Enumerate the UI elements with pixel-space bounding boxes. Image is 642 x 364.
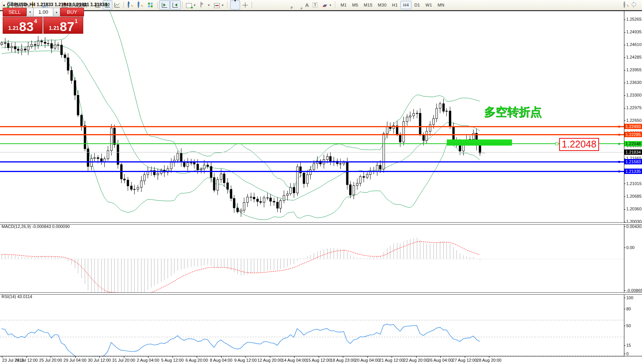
timeframe-mn[interactable]: MN <box>435 1 447 9</box>
horizontal-line-1.22285[interactable] <box>0 134 624 135</box>
text-label-button[interactable]: T <box>311 0 319 10</box>
price-tick-label: 1.22650 <box>626 118 642 123</box>
sell-price-prefix: 1.21 <box>8 25 19 31</box>
price-callout-box[interactable]: 1.22048 <box>559 138 599 151</box>
horizontal-line-1.22493[interactable] <box>0 126 624 127</box>
vertical-line-button[interactable] <box>254 0 263 10</box>
indicators-caret-icon: ▼ <box>193 4 196 7</box>
channel-button[interactable] <box>283 0 293 10</box>
rsi-level-label: 15 <box>626 343 631 348</box>
time-label: 30 Jul 12:00 <box>88 358 111 362</box>
chat-button[interactable] <box>631 0 641 10</box>
time-label: 29 Jul 04:00 <box>64 358 87 362</box>
timeframe-w1[interactable]: W1 <box>423 1 435 9</box>
price-tick-label: 1.24285 <box>626 55 642 59</box>
cursor-button[interactable] <box>230 0 240 10</box>
annotation-text[interactable]: 多空转折点 <box>484 104 542 120</box>
indicators-icon <box>186 3 192 8</box>
sell-button[interactable]: SELL <box>3 8 26 16</box>
buy-button[interactable]: BUY <box>60 8 84 16</box>
search-icon <box>624 1 625 8</box>
volume-input[interactable]: 1.00 <box>34 8 53 16</box>
rsi-panel-separator[interactable] <box>0 292 642 295</box>
crosshair-button[interactable] <box>240 0 250 10</box>
clock-icon <box>201 2 201 8</box>
price-tick-label: 1.20360 <box>626 207 642 211</box>
collapse-arrow-icon[interactable]: ▲ <box>2 3 6 7</box>
horizontal-line-1.21583[interactable] <box>0 161 624 162</box>
price-tick-label: 1.23300 <box>626 93 642 97</box>
search-button[interactable] <box>621 0 631 10</box>
sell-price-panel[interactable]: 1.21 83 4 <box>3 17 43 34</box>
price-tick-label: 1.22975 <box>626 105 642 110</box>
macd-canvas[interactable] <box>0 224 642 294</box>
timeframe-strip: M1M5M15M30H1H4D1W1MN <box>338 1 447 9</box>
price-chart-canvas[interactable] <box>0 11 642 224</box>
time-label: 5 Aug 12:00 <box>161 358 184 362</box>
timeframe-m5[interactable]: M5 <box>349 1 361 9</box>
auto-scroll-button[interactable] <box>159 0 170 10</box>
zoom-out-icon: − <box>138 1 139 8</box>
chart-area[interactable] <box>0 10 642 364</box>
templates-button[interactable]: ▼ <box>212 0 226 10</box>
tile-windows-icon <box>148 3 153 7</box>
time-label: 21 Aug 12:00 <box>379 358 404 362</box>
timeframe-h1[interactable]: H1 <box>389 1 400 9</box>
zoom-in-button[interactable]: + <box>125 0 135 10</box>
buy-price-panel[interactable]: 1.21 87 1 <box>43 17 83 34</box>
time-label: 26 Aug 04:00 <box>428 358 453 362</box>
timeframe-m15[interactable]: M15 <box>361 1 375 9</box>
price-tick-label: 1.21015 <box>626 181 642 186</box>
text-label-icon: T <box>313 2 318 8</box>
macd-tick-label: 0.00 <box>626 245 634 250</box>
timeframe-m1[interactable]: M1 <box>338 1 349 9</box>
time-label: 25 Jul 20:00 <box>39 358 62 362</box>
green-zone-rectangle[interactable] <box>447 139 512 146</box>
volume-down-button[interactable]: ▼ <box>26 8 34 16</box>
tile-windows-button[interactable] <box>145 0 156 10</box>
volume-up-button[interactable]: ▲ <box>53 8 60 16</box>
price-tick-label: 1.20685 <box>626 194 642 198</box>
time-label: 12 Aug 20:00 <box>257 358 282 362</box>
buy-price-big: 87 <box>60 21 74 32</box>
time-label: 9 Aug 12:00 <box>234 358 257 362</box>
arrows-caret-icon: ▼ <box>329 4 332 7</box>
line-anchor-square[interactable] <box>618 143 620 145</box>
horizontal-line-1.22048[interactable] <box>0 143 624 144</box>
time-label: 8 Aug 04:00 <box>210 358 232 362</box>
macd-panel-separator[interactable] <box>0 222 642 225</box>
line-chart-button[interactable] <box>112 0 122 10</box>
zoom-in-icon: + <box>128 1 129 8</box>
text-button[interactable]: A <box>303 0 311 10</box>
timeframe-h4[interactable]: H4 <box>400 1 412 9</box>
arrows-button[interactable]: ▼ <box>319 0 334 10</box>
horizontal-line-1.21335[interactable] <box>0 171 624 172</box>
price-tick-label: 1.23630 <box>626 80 642 85</box>
templates-caret-icon: ▼ <box>221 4 224 7</box>
zoom-out-button[interactable]: − <box>135 0 145 10</box>
timeframe-d1[interactable]: D1 <box>412 1 423 9</box>
crosshair-icon <box>242 2 248 8</box>
macd-label: MACD(12,26,9) -0.000843 0.000090 <box>2 224 70 229</box>
line-anchor-square[interactable] <box>618 126 620 128</box>
periods-button[interactable]: ▼ <box>198 0 212 10</box>
line-anchor-square[interactable] <box>618 161 620 163</box>
line-anchor-square[interactable] <box>618 134 620 136</box>
time-label: 31 Jul 20:00 <box>112 358 135 362</box>
indicators-button[interactable]: ▼ <box>184 0 198 10</box>
horizontal-line-button[interactable] <box>263 0 273 10</box>
rsi-canvas[interactable] <box>0 295 642 357</box>
chart-shift-button[interactable] <box>170 0 181 10</box>
timeframe-m30[interactable]: M30 <box>375 1 389 9</box>
time-label: 2 Aug 04:00 <box>137 358 160 362</box>
price-tick-label: 1.24935 <box>626 30 642 34</box>
current-price-line <box>0 152 624 152</box>
callout-line-handle[interactable] <box>555 142 558 145</box>
trendline-button[interactable] <box>273 0 283 10</box>
macd-tick-label: 0.004301 <box>626 224 642 229</box>
fibonacci-button[interactable] <box>293 0 303 10</box>
price-tick-label: 1.23955 <box>626 67 642 72</box>
line-anchor-square[interactable] <box>618 171 620 172</box>
current-price-badge: 1.21834 <box>624 149 642 155</box>
line-chart-icon <box>114 2 120 8</box>
